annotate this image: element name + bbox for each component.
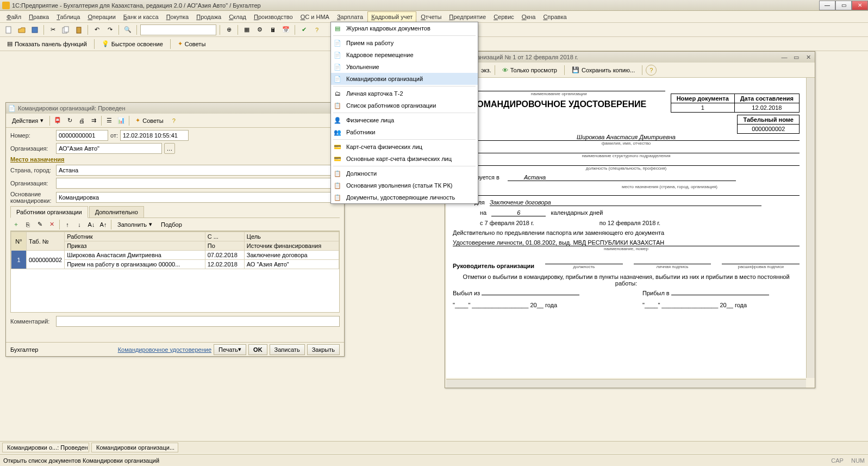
maximize-button[interactable]: ▭ [835, 1, 852, 10]
paste-icon[interactable] [73, 24, 84, 35]
dd-card-t2[interactable]: 🗂Личная карточка Т-2 [331, 88, 478, 100]
menu-windows[interactable]: Окна [519, 12, 539, 22]
move-up-icon[interactable]: ↑ [62, 219, 73, 230]
new-doc-icon[interactable] [3, 24, 14, 35]
sort-asc-icon[interactable]: A↓ [86, 219, 97, 230]
open-icon[interactable] [16, 24, 27, 35]
menu-reports[interactable]: Отчеты [417, 12, 445, 22]
date-icon[interactable]: 📅 [280, 24, 291, 35]
calc-icon[interactable]: 🖩 [267, 24, 278, 35]
menu-purchase[interactable]: Покупка [163, 12, 192, 22]
redo-icon[interactable]: ↷ [104, 24, 115, 35]
dd-transfer[interactable]: 📄Кадровое перемещение [331, 49, 478, 61]
report-icon[interactable]: 📊 [116, 115, 127, 126]
menu-edit[interactable]: Правка [26, 12, 52, 22]
org-input[interactable]: АО"Азия Авто" [56, 143, 162, 154]
preview-help-icon[interactable]: ? [646, 65, 657, 76]
print-form-link[interactable]: Командировочное удостоверение [118, 346, 211, 353]
dd-main-card-accounts[interactable]: 💳Основные карт-счета физических лиц [331, 153, 478, 165]
font-combo[interactable] [140, 24, 216, 35]
dd-persons[interactable]: 👤Физические лица [331, 114, 478, 126]
copy-icon[interactable] [60, 24, 71, 35]
edit-row-icon[interactable]: ✎ [34, 219, 45, 230]
print-icon[interactable]: 🖨 [76, 115, 87, 126]
select-button[interactable]: Подбор [157, 219, 186, 230]
trip-form-titlebar[interactable]: 📄 Командировки организаций: Проведен [6, 103, 344, 114]
menu-hr[interactable]: Кадровый учет [367, 11, 416, 22]
org-select-button[interactable]: … [164, 143, 175, 154]
basis-input[interactable]: Командировка [56, 192, 340, 203]
menu-salary[interactable]: Зарплата [334, 12, 366, 22]
save-copy-button[interactable]: 💾Сохранить копию... [568, 65, 639, 76]
tips-button[interactable]: ✦ Советы [174, 39, 209, 49]
zoom-icon[interactable]: ⊕ [223, 24, 234, 35]
workers-grid[interactable]: N° Таб. № Работник С ... Цель Приказ По … [10, 231, 340, 313]
city-input[interactable]: Астана [56, 165, 340, 176]
quick-learn-button[interactable]: 💡 Быстрое освоение [98, 39, 167, 49]
menu-help[interactable]: Справка [540, 12, 570, 22]
cut-icon[interactable]: ✂ [47, 24, 58, 35]
task-trip-preview[interactable]: Командировки организаци... [91, 443, 178, 452]
date-input[interactable]: 12.02.2018 10:55:41 [120, 130, 189, 141]
menu-service[interactable]: Сервис [490, 12, 517, 22]
dd-workers[interactable]: 👥Работники [331, 126, 478, 138]
menu-warehouse[interactable]: Склад [226, 12, 249, 22]
preview-document-area[interactable]: Авто" наименование организации КОМАНДИРО… [446, 78, 806, 378]
menu-operations[interactable]: Операции [84, 12, 118, 22]
minimize-button[interactable]: — [819, 1, 835, 10]
preview-close-icon[interactable]: ✕ [803, 52, 814, 63]
form-help-icon[interactable]: ? [168, 115, 179, 126]
copy-row-icon[interactable]: ⎘ [22, 219, 33, 230]
delete-row-icon[interactable]: ✕ [46, 219, 57, 230]
preview-vertical-scrollbar[interactable] [806, 78, 815, 378]
number-input[interactable]: 00000000001 [56, 130, 108, 141]
tab-workers[interactable]: Работники организации [10, 206, 88, 218]
dd-card-accounts[interactable]: 💳Карт-счета физических лиц [331, 141, 478, 153]
table-icon[interactable]: ▦ [241, 24, 252, 35]
help-icon[interactable]: ? [311, 24, 322, 35]
dd-workers-list[interactable]: 📋Список работников организации [331, 100, 478, 111]
move-down-icon[interactable]: ↓ [74, 219, 85, 230]
check-icon[interactable]: ✔ [298, 24, 309, 35]
dd-dismissal-reasons[interactable]: 📋Основания увольнения (статьи ТК РК) [331, 179, 478, 191]
save-button[interactable]: Записать [270, 344, 305, 355]
add-row-icon[interactable]: ＋ [10, 219, 21, 230]
close-button[interactable]: ✕ [852, 1, 868, 10]
task-trip-form[interactable]: Командировки о...: Проведен [2, 443, 89, 452]
fill-button[interactable]: Заполнить▾ [114, 219, 156, 230]
show-panel-button[interactable]: ▤ Показать панель функций [3, 39, 91, 49]
form-tips-button[interactable]: ✦Советы [132, 115, 167, 126]
tab-additional[interactable]: Дополнительно [89, 206, 144, 218]
comment-input[interactable] [56, 316, 340, 327]
preview-minimize-icon[interactable]: — [779, 52, 790, 63]
dest-org-input[interactable] [56, 178, 340, 189]
table-row[interactable]: 1 0000000002 Широкова Анастасия Дмитриев… [11, 251, 339, 260]
view-only-button[interactable]: 👁Только просмотр [498, 65, 561, 76]
preview-horizontal-scrollbar[interactable] [446, 379, 806, 388]
dd-id-documents[interactable]: 📋Документы, удостоверяющие личность [331, 191, 478, 203]
print-dropdown[interactable]: Печать▾ [214, 344, 246, 355]
menu-sale[interactable]: Продажа [193, 12, 224, 22]
post-icon[interactable]: 📮 [52, 115, 63, 126]
search-icon[interactable]: 🔍 [122, 24, 133, 35]
dd-positions[interactable]: 📋Должности [331, 167, 478, 179]
menu-bank[interactable]: Банк и касса [120, 12, 162, 22]
menu-enterprise[interactable]: Предприятие [446, 12, 489, 22]
sort-desc-icon[interactable]: A↑ [98, 219, 109, 230]
struct-icon[interactable]: ☰ [104, 115, 115, 126]
props-icon[interactable]: ⚙ [254, 24, 265, 35]
undo-icon[interactable]: ↶ [91, 24, 102, 35]
repost-icon[interactable]: ↻ [64, 115, 75, 126]
preview-titlebar[interactable]: ировки организаций № 1 от 12 февраля 201… [445, 52, 815, 63]
menu-production[interactable]: Производство [251, 12, 296, 22]
dd-trips[interactable]: 📄Командировки организаций [331, 73, 478, 85]
dd-hr-journal[interactable]: ▤Журнал кадровых документов [331, 22, 478, 34]
ok-button[interactable]: OK [248, 344, 267, 355]
actions-dropdown[interactable]: Действия▾ [8, 115, 47, 126]
close-form-button[interactable]: Закрыть [307, 344, 340, 355]
goto-icon[interactable]: ⇉ [88, 115, 99, 126]
dd-dismissal[interactable]: 📄Увольнение [331, 61, 478, 73]
menu-assets[interactable]: ОС и НМА [297, 12, 333, 22]
preview-maximize-icon[interactable]: ▭ [791, 52, 802, 63]
dd-hire[interactable]: 📄Прием на работу [331, 37, 478, 49]
